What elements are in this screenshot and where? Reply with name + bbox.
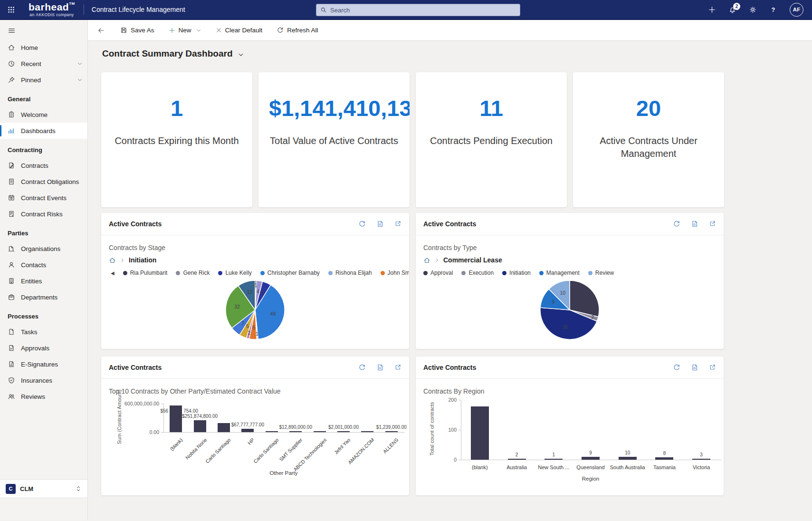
bar-hp[interactable] [241,429,254,432]
bar-carlo-santiago[interactable] [218,423,230,432]
legend-dot [218,271,222,275]
refresh-icon[interactable] [358,220,366,228]
expand-popout-icon[interactable] [709,220,716,228]
bar-blank[interactable] [170,405,182,432]
sidebar-item-welcome[interactable]: Welcome [0,106,87,123]
y-axis-tick: 0.00 [107,429,159,435]
sitemap-hamburger-icon[interactable] [8,27,16,35]
refresh-all-button[interactable]: Refresh All [272,23,323,38]
bar-carlo-santiago[interactable] [266,431,278,432]
legend-item-rishona-elijah[interactable]: Rishona Elijah [328,270,372,276]
legend-item-execution[interactable]: Execution [461,270,494,276]
sidebar-item-dashboards[interactable]: Dashboards [0,123,87,139]
breadcrumb-label[interactable]: Initiation [129,256,156,264]
bar-south-australia[interactable] [619,457,637,460]
legend-item-luke-kelly[interactable]: Luke Kelly [218,270,251,276]
bar-tasmania[interactable] [655,457,673,460]
search-box[interactable] [316,4,520,16]
refresh-icon[interactable] [358,364,366,371]
legend-item-ria-pulumbarit[interactable]: Ria Pulumbarit [123,270,168,276]
sidebar-item-contacts[interactable]: Contacts [0,257,87,273]
notifications-bell-icon[interactable]: 2 [728,6,736,14]
sidebar-item-pinned[interactable]: Pinned [0,72,87,88]
sidebar-item-contract-obligations[interactable]: Contract Obligations [0,174,87,190]
bar-australia[interactable] [508,459,526,460]
view-records-icon[interactable] [691,364,698,371]
doc-sign-icon [8,360,15,368]
view-records-icon[interactable] [376,364,384,371]
sidebar-item-departments[interactable]: Departments [0,289,87,305]
legend-item-christopher-barnaby[interactable]: Christopher Barnaby [260,270,320,276]
environment-picker[interactable]: C CLM [0,479,87,498]
app-title[interactable]: Contract Lifecycle Management [92,6,185,13]
quick-create-plus-icon[interactable] [708,6,716,14]
bar-blank[interactable] [471,406,489,460]
expand-popout-icon[interactable] [709,364,716,371]
home-icon[interactable] [109,257,116,264]
kpi-card-1[interactable]: $1,141,410,134. Total Value of Active Co… [258,72,410,207]
sidebar-item-organisations[interactable]: Organisations [0,241,87,257]
bar-smt-supplier[interactable] [289,431,302,432]
kpi-card-0[interactable]: 1 Contracts Expiring this Month [101,72,252,207]
refresh-icon[interactable] [673,364,680,371]
chart-card-0: Active Contracts Contracts by Stage Init… [101,213,409,349]
view-records-icon[interactable] [376,220,384,228]
legend-item-initiation[interactable]: Initiation [502,270,531,276]
bar-value-label: 9 [589,450,592,455]
legend-item-review[interactable]: Review [588,270,614,276]
x-axis-tick: HP [247,437,256,446]
help-icon[interactable]: ? [769,6,777,14]
dashboard-selector[interactable]: Contract Summary Dashboard [102,48,244,59]
settings-gear-icon[interactable] [749,6,757,14]
chart-subtitle: Top 10 Contracts by Other Party/Estimate… [109,387,281,395]
sidebar-item-e-signatures[interactable]: E-Signatures [0,356,87,372]
expand-popout-icon[interactable] [394,364,401,371]
kpi-card-3[interactable]: 20 Active Contracts Under Management [573,72,724,207]
sidebar-item-label: Contract Events [21,194,67,202]
sidebar-item-contracts[interactable]: Contracts [0,157,87,174]
legend-item-approval[interactable]: Approval [423,270,453,276]
shield-icon [8,376,15,384]
sidebar-item-contract-events[interactable]: Contract Events [0,190,87,206]
legend-item-gene-rick[interactable]: Gene Rick [176,270,210,276]
kpi-label: Total Value of Active Contracts [270,135,398,147]
back-button[interactable] [94,23,109,38]
new-button[interactable]: New [164,23,206,38]
bar-value-label-left: $56 [161,408,169,414]
sidebar-item-reviews[interactable]: Reviews [0,388,87,405]
expand-popout-icon[interactable] [394,220,401,228]
bar-queensland[interactable] [582,457,600,460]
trademark: TM [69,1,75,6]
sidebar-item-recent[interactable]: Recent [0,56,87,72]
sidebar-item-entities[interactable]: Entities [0,273,87,289]
bar-value-label: 10 [625,450,630,455]
view-records-icon[interactable] [691,220,698,228]
bar-jefril-yao[interactable] [337,431,350,432]
bar-abcd-technologies[interactable] [314,431,326,432]
clear-default-button[interactable]: Clear Default [211,23,267,38]
kpi-card-2[interactable]: 11 Contracts Pending Execution [416,72,567,207]
sidebar-item-insurances[interactable]: Insurances [0,372,87,388]
user-avatar[interactable]: AF [790,3,803,17]
kpi-label: Active Contracts Under Management [584,135,713,160]
sidebar-item-approvals[interactable]: Approvals [0,340,87,356]
bar-nobita-norie[interactable] [194,420,206,432]
bar-new-south[interactable] [545,459,563,460]
sidebar-item-home[interactable]: Home [0,39,87,56]
bar-victoria[interactable] [692,459,710,460]
search-input[interactable] [330,7,516,14]
sidebar-item-tasks[interactable]: Tasks [0,324,87,340]
app-launcher-waffle-icon[interactable] [0,0,22,19]
legend-scroll-left-icon[interactable]: ◀ [111,270,115,276]
pie-slice-label: 2 [591,314,594,320]
home-icon[interactable] [423,257,430,264]
x-axis-tick: ALLENS [382,437,399,454]
bar-allens[interactable] [385,431,398,432]
bar-amazon-com[interactable] [361,431,373,432]
save-as-button[interactable]: Save As [115,23,159,38]
refresh-icon[interactable] [673,220,680,228]
legend-item-john-smith[interactable]: John Smith [381,270,409,276]
sidebar-item-contract-risks[interactable]: Contract Risks [0,206,87,222]
legend-item-management[interactable]: Management [539,270,580,276]
breadcrumb-label[interactable]: Commercial Lease [443,256,502,264]
